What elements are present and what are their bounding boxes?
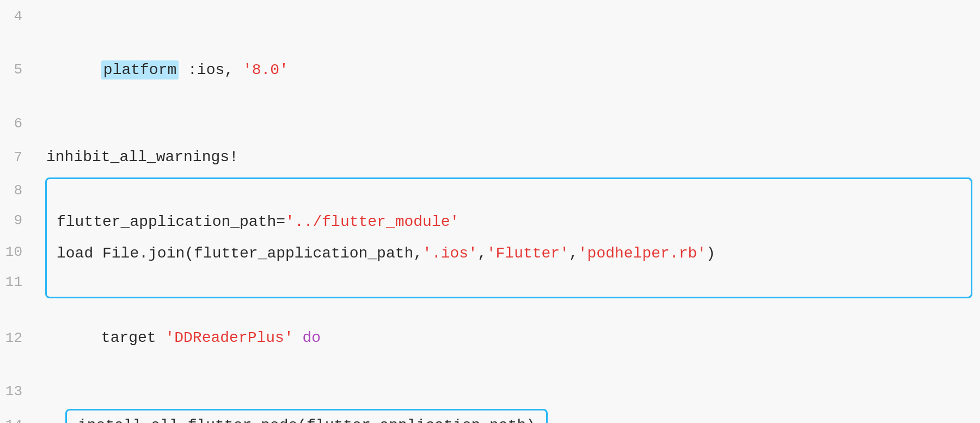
load-comma2: ,	[569, 242, 578, 266]
line-num-9: 9	[0, 205, 35, 236]
line-content-7: inhibit_all_warnings!	[35, 145, 980, 170]
load-str1: '.ios'	[422, 242, 477, 266]
flutter-path-var: flutter_application_path	[57, 210, 276, 235]
platform-keyword: platform	[101, 60, 179, 79]
line-number-5: 5	[0, 59, 35, 82]
code-editor: 4 5 platform :ios, '8.0' 6 7 inhibit_all…	[0, 0, 980, 423]
line-number-13: 13	[0, 381, 35, 403]
blue-box-outer: 8 9 10 11 flutter_application_path = '..…	[0, 176, 980, 299]
line-number-14: 14	[0, 414, 35, 423]
blue-border-box-lines-8-11: flutter_application_path = '../flutter_m…	[45, 177, 972, 298]
eq-sign: =	[276, 210, 285, 235]
line-13: 13	[0, 375, 980, 409]
load-text: load File.join(flutter_application_path,	[57, 242, 422, 266]
line-number-12: 12	[0, 327, 35, 350]
install-flutter-box: install_all_flutter_pods(flutter_applica…	[65, 409, 548, 423]
line-number-4: 4	[0, 5, 35, 28]
line-num-8: 8	[0, 176, 35, 205]
line-6: 6	[0, 107, 980, 140]
load-comma1: ,	[477, 242, 487, 266]
platform-rest: :ios,	[179, 62, 243, 78]
line-content-12: target 'DDReaderPlus' do	[35, 302, 980, 375]
line-num-10: 10	[0, 236, 35, 268]
load-str2: 'Flutter'	[487, 242, 569, 266]
target-kw: target	[101, 329, 166, 346]
box-line-9: flutter_application_path = '../flutter_m…	[57, 206, 961, 238]
line-5: 5 platform :ios, '8.0'	[0, 34, 980, 107]
box-line-10: load File.join(flutter_application_path,…	[57, 238, 961, 269]
line-12: 12 target 'DDReaderPlus' do	[0, 302, 980, 375]
load-close: )	[706, 242, 715, 266]
load-str3: 'podhelper.rb'	[578, 242, 706, 266]
line-content-5: platform :ios, '8.0'	[35, 34, 980, 107]
line-7: 7 inhibit_all_warnings!	[0, 140, 980, 174]
platform-string: '8.0'	[243, 62, 289, 78]
do-keyword: do	[293, 329, 321, 346]
line-num-11: 11	[0, 268, 35, 296]
line-14-container: 14 install_all_flutter_pods(flutter_appl…	[0, 409, 980, 423]
flutter-path-string: '../flutter_module'	[285, 210, 459, 235]
line-number-6: 6	[0, 113, 35, 136]
line-numbers-col: 8 9 10 11	[0, 176, 35, 299]
box-line-11-empty	[57, 269, 961, 295]
line-number-7: 7	[0, 146, 35, 169]
box-line-8-empty	[57, 181, 961, 206]
target-string: 'DDReaderPlus'	[165, 329, 293, 346]
line-4: 4	[0, 0, 980, 34]
